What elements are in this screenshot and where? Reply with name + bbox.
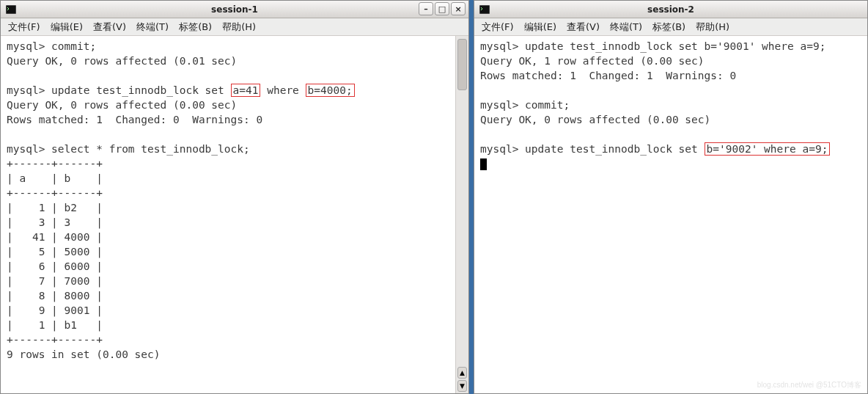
highlight-a41: a=41 bbox=[231, 84, 261, 97]
term-line: | a | b | bbox=[7, 172, 103, 184]
term-line: mysql> commit; bbox=[480, 99, 570, 111]
menu-help[interactable]: 帮助(H) bbox=[222, 21, 256, 34]
menu-edit[interactable]: 编辑(E) bbox=[524, 21, 556, 34]
maximize-button[interactable]: □ bbox=[435, 2, 449, 15]
term-line: +------+------+ bbox=[7, 158, 103, 169]
titlebar-session-2[interactable]: session-2 bbox=[474, 1, 867, 18]
term-line: | 6 | 6000 | bbox=[7, 260, 103, 272]
menu-terminal[interactable]: 终端(T) bbox=[610, 21, 642, 34]
term-line: | 9 | 9001 | bbox=[7, 304, 103, 316]
term-line: | 5 | 5000 | bbox=[7, 246, 103, 258]
term-line: Rows matched: 1 Changed: 1 Warnings: 0 bbox=[480, 70, 736, 81]
term-line: mysql> commit; bbox=[7, 40, 96, 52]
close-button[interactable]: × bbox=[451, 2, 466, 15]
window-session-1: session-1 – □ × 文件(F) 编辑(E) 查看(V) 终端(T) … bbox=[0, 0, 469, 394]
terminal-icon bbox=[5, 4, 17, 15]
terminal-session-2[interactable]: mysql> update test_innodb_lock set b='90… bbox=[474, 36, 867, 393]
menu-tabs[interactable]: 标签(B) bbox=[179, 21, 212, 34]
window-session-2: session-2 文件(F) 编辑(E) 查看(V) 终端(T) 标签(B) … bbox=[474, 0, 868, 394]
terminal-wrap-1: mysql> commit; Query OK, 0 rows affected… bbox=[1, 36, 468, 393]
scroll-up-icon[interactable]: ▲ bbox=[457, 367, 467, 379]
term-line: mysql> update test_innodb_lock set bbox=[480, 143, 705, 155]
window-controls: – □ × bbox=[419, 2, 466, 15]
highlight-b4000: b=4000; bbox=[306, 84, 355, 97]
desktop: session-1 – □ × 文件(F) 编辑(E) 查看(V) 终端(T) … bbox=[0, 0, 868, 394]
term-line: Query OK, 1 row affected (0.00 sec) bbox=[480, 55, 705, 67]
menubar-session-1: 文件(F) 编辑(E) 查看(V) 终端(T) 标签(B) 帮助(H) bbox=[1, 18, 468, 36]
scrollbar-session-1[interactable]: ▲ ▼ bbox=[455, 36, 468, 393]
watermark: blog.csdn.net/wei @51CTO博客 bbox=[757, 380, 861, 390]
window-title: session-2 bbox=[479, 4, 863, 15]
term-line: mysql> select * from test_innodb_lock; bbox=[7, 143, 250, 155]
term-line: | 1 | b1 | bbox=[7, 319, 103, 331]
term-line: 9 rows in set (0.00 sec) bbox=[7, 349, 161, 360]
menu-view[interactable]: 查看(V) bbox=[567, 21, 600, 34]
menu-help[interactable]: 帮助(H) bbox=[696, 21, 729, 34]
term-line: | 1 | b2 | bbox=[7, 202, 103, 214]
menu-file[interactable]: 文件(F) bbox=[482, 21, 514, 34]
titlebar-session-1[interactable]: session-1 – □ × bbox=[1, 1, 468, 18]
menu-terminal[interactable]: 终端(T) bbox=[136, 21, 169, 34]
highlight-b9002: b='9002' where a=9; bbox=[705, 142, 831, 156]
terminal-wrap-2: mysql> update test_innodb_lock set b='90… bbox=[474, 36, 867, 393]
menu-edit[interactable]: 编辑(E) bbox=[51, 21, 83, 34]
terminal-session-1[interactable]: mysql> commit; Query OK, 0 rows affected… bbox=[1, 36, 455, 393]
term-line: | 3 | 3 | bbox=[7, 216, 103, 228]
menubar-session-2: 文件(F) 编辑(E) 查看(V) 终端(T) 标签(B) 帮助(H) bbox=[474, 18, 867, 36]
terminal-icon bbox=[479, 4, 490, 15]
term-line: mysql> update test_innodb_lock set b='90… bbox=[480, 40, 825, 52]
term-line: | 7 | 7000 | bbox=[7, 275, 103, 287]
term-line: +------+------+ bbox=[7, 187, 103, 199]
term-line: where bbox=[260, 84, 305, 96]
cursor-icon bbox=[480, 158, 487, 170]
scroll-down-icon[interactable]: ▼ bbox=[457, 380, 467, 392]
menu-file[interactable]: 文件(F) bbox=[8, 21, 40, 34]
term-line: mysql> update test_innodb_lock set bbox=[7, 84, 231, 96]
term-line: | 41 | 4000 | bbox=[7, 231, 103, 243]
term-line: | 8 | 8000 | bbox=[7, 290, 103, 302]
scrollbar-thumb[interactable] bbox=[457, 39, 467, 90]
term-line: +------+------+ bbox=[7, 334, 103, 346]
term-line: Rows matched: 1 Changed: 0 Warnings: 0 bbox=[7, 114, 262, 125]
menu-tabs[interactable]: 标签(B) bbox=[652, 21, 685, 34]
minimize-button[interactable]: – bbox=[419, 2, 433, 15]
menu-view[interactable]: 查看(V) bbox=[93, 21, 126, 34]
term-line: Query OK, 0 rows affected (0.01 sec) bbox=[7, 55, 237, 67]
term-line: Query OK, 0 rows affected (0.00 sec) bbox=[480, 114, 710, 125]
term-line: Query OK, 0 rows affected (0.00 sec) bbox=[7, 99, 237, 111]
window-title: session-1 bbox=[5, 4, 464, 15]
